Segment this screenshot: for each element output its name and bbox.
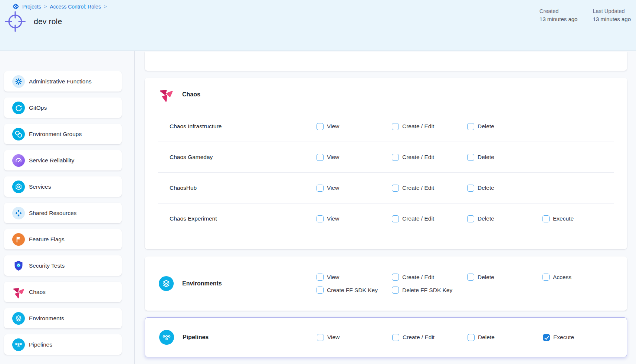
- permission-chaos-infrastructure-create-edit: Create / Edit: [392, 123, 467, 130]
- sidebar-item-label: Environments: [29, 315, 64, 322]
- permission-category-sidebar: Administrative Functions GitOps Environm…: [0, 51, 134, 364]
- checkbox-chaos-experiment-create-edit[interactable]: [392, 215, 399, 222]
- resource-name: Chaos Infrastructure: [158, 123, 317, 130]
- permission-pipelines-execute: Execute: [543, 334, 618, 341]
- section-card-content: ChaosChaos InfrastructureViewCreate / Ed…: [145, 78, 627, 249]
- permission-grid: ViewCreate / EditDeleteExecute: [317, 334, 618, 341]
- shared-resources-icon: [12, 207, 25, 219]
- permission-category-list: Administrative Functions GitOps Environm…: [0, 51, 134, 362]
- permission-label: View: [327, 215, 339, 222]
- sidebar-item-chaos[interactable]: Chaos: [4, 282, 122, 302]
- checkbox-chaoshub-delete[interactable]: [467, 185, 474, 192]
- permission-label: Delete: [478, 185, 494, 191]
- sidebar-item-shared-resources[interactable]: Shared Resources: [4, 203, 122, 223]
- sidebar-item-services[interactable]: Services: [4, 176, 122, 197]
- sidebar-item-environments[interactable]: Environments: [4, 308, 122, 328]
- permission-label: Create FF SDK Key: [327, 287, 378, 294]
- section-name: Environments: [158, 276, 317, 291]
- sidebar-item-environment-groups[interactable]: Environment Groups: [4, 124, 122, 144]
- breadcrumb-projects-link[interactable]: Projects: [22, 4, 41, 10]
- sidebar-item-label: Services: [29, 183, 51, 190]
- sidebar-item-administrative-functions[interactable]: Administrative Functions: [4, 71, 122, 92]
- permission-label: Delete FF SDK Key: [402, 287, 452, 294]
- section-title: Environments: [182, 280, 222, 287]
- permission-label: Delete: [478, 123, 494, 130]
- permission-chaos-experiment-create-edit: Create / Edit: [392, 215, 467, 222]
- checkbox-environments-create-ff-sdk-key[interactable]: [317, 287, 324, 294]
- last-updated-label: Last Updated: [593, 8, 631, 14]
- last-updated-value: 13 minutes ago: [593, 16, 631, 22]
- permission-label: Delete: [478, 154, 494, 161]
- pipelines-icon: [159, 330, 174, 345]
- section-row-pipelines: PipelinesViewCreate / EditDeleteExecute: [158, 318, 614, 357]
- permission-pipelines-create-edit: Create / Edit: [392, 334, 468, 341]
- sidebar-item-security-tests[interactable]: Security Tests: [4, 255, 122, 276]
- sidebar-item-label: Administrative Functions: [29, 78, 92, 85]
- permission-environments-delete: Delete: [467, 274, 542, 281]
- service-reliability-icon: [12, 154, 25, 167]
- checkbox-chaoshub-view[interactable]: [317, 185, 324, 192]
- chaos-icon: [12, 286, 25, 298]
- checkbox-environments-delete-ff-sdk-key[interactable]: [392, 287, 399, 294]
- permission-pipelines-view: View: [317, 334, 392, 341]
- permission-label: Access: [553, 274, 571, 281]
- checkbox-chaos-gameday-view[interactable]: [317, 154, 324, 161]
- sidebar-item-feature-flags[interactable]: Feature Flags: [4, 229, 122, 249]
- section-header-chaos: Chaos: [158, 78, 614, 111]
- permission-label: Execute: [553, 334, 574, 341]
- permission-chaos-infrastructure-view: View: [317, 123, 392, 130]
- checkbox-chaos-experiment-execute[interactable]: [542, 215, 550, 222]
- resource-name: Chaos Experiment: [158, 215, 317, 222]
- permission-label: Delete: [478, 274, 494, 281]
- sidebar-item-pipelines[interactable]: Pipelines: [4, 334, 122, 355]
- section-name: Pipelines: [158, 330, 317, 345]
- checkbox-chaos-infrastructure-delete[interactable]: [467, 123, 474, 130]
- section-card-environments: EnvironmentsViewCreate / EditDeleteAcces…: [145, 257, 627, 311]
- permission-environments-access: Access: [542, 274, 618, 281]
- breadcrumb-roles-link[interactable]: Access Control: Roles: [50, 4, 101, 10]
- permission-chaoshub-view: View: [317, 185, 392, 192]
- environment-groups-icon: [12, 128, 25, 140]
- permission-label: View: [327, 185, 339, 191]
- sidebar-item-label: GitOps: [29, 105, 47, 111]
- resource-name: Chaos Gameday: [158, 154, 317, 161]
- permission-label: View: [327, 123, 339, 130]
- created-label: Created: [540, 8, 578, 14]
- permission-label: View: [327, 274, 339, 281]
- sidebar-item-gitops[interactable]: GitOps: [4, 97, 122, 118]
- checkbox-chaos-gameday-delete[interactable]: [467, 154, 474, 161]
- checkbox-chaos-gameday-create-edit[interactable]: [392, 154, 399, 161]
- section-card-pipelines[interactable]: PipelinesViewCreate / EditDeleteExecute: [145, 317, 627, 357]
- gitops-icon: [12, 102, 25, 114]
- checkbox-pipelines-view[interactable]: [317, 334, 324, 341]
- created-value: 13 minutes ago: [540, 16, 578, 22]
- checkbox-environments-delete[interactable]: [467, 274, 474, 281]
- permission-chaos-experiment-delete: Delete: [467, 215, 542, 222]
- checkbox-pipelines-delete[interactable]: [468, 334, 475, 341]
- last-updated-meta: Last Updated 13 minutes ago: [585, 8, 636, 22]
- permission-label: Delete: [478, 334, 495, 341]
- sidebar-item-service-reliability[interactable]: Service Reliability: [4, 150, 122, 171]
- checkbox-pipelines-create-edit[interactable]: [392, 334, 399, 341]
- section-card-chaos: ChaosChaos InfrastructureViewCreate / Ed…: [145, 78, 627, 249]
- breadcrumb-separator: >: [104, 4, 107, 9]
- checkbox-environments-access[interactable]: [542, 274, 550, 281]
- section-title: Pipelines: [183, 334, 209, 341]
- permission-chaos-gameday-view: View: [317, 154, 392, 161]
- permission-label: Create / Edit: [403, 334, 435, 341]
- checkbox-pipelines-execute[interactable]: [543, 334, 550, 341]
- checkbox-chaoshub-create-edit[interactable]: [392, 185, 399, 192]
- checkbox-chaos-infrastructure-create-edit[interactable]: [392, 123, 399, 130]
- permission-label: Create / Edit: [402, 215, 434, 222]
- checkbox-environments-create-edit[interactable]: [392, 274, 399, 281]
- checkbox-chaos-experiment-delete[interactable]: [467, 215, 474, 222]
- permission-chaoshub-delete: Delete: [467, 185, 542, 192]
- permission-environments-delete-ff-sdk-key: Delete FF SDK Key: [392, 287, 467, 294]
- projects-icon: [12, 3, 19, 10]
- checkbox-chaos-experiment-view[interactable]: [317, 215, 324, 222]
- checkbox-chaos-infrastructure-view[interactable]: [317, 123, 324, 130]
- permission-label: Create / Edit: [402, 123, 434, 130]
- permission-environments-create-edit: Create / Edit: [392, 274, 467, 281]
- checkbox-environments-view[interactable]: [317, 274, 324, 281]
- permission-label: Execute: [553, 215, 574, 222]
